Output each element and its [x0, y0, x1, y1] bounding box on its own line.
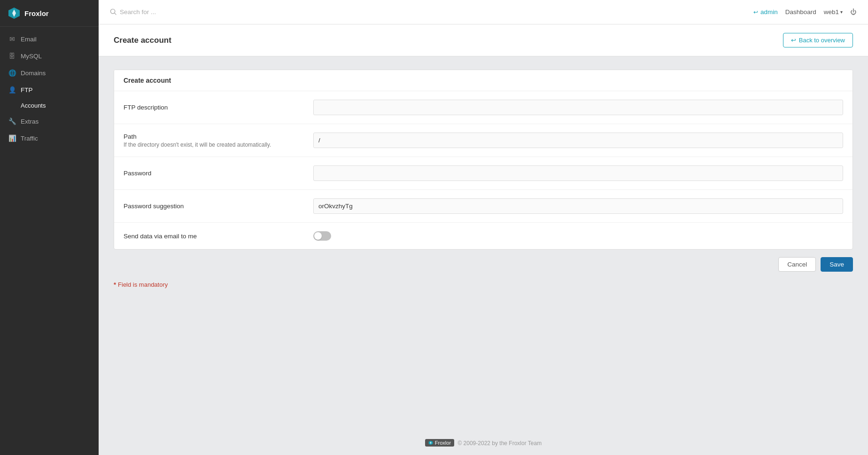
footer-logo-text: Froxlor	[435, 440, 451, 446]
search-wrap: Search for ...	[110, 8, 156, 16]
content-area: Create account FTP description Path If t…	[99, 56, 868, 431]
sidebar-item-traffic[interactable]: 📊 Traffic	[0, 130, 99, 147]
search-icon	[110, 8, 117, 16]
sidebar-logo[interactable]: Froxlor	[0, 0, 99, 27]
globe-icon: 🌐	[8, 69, 16, 77]
sidebar-logo-text: Froxlor	[24, 9, 49, 17]
toggle-knob	[314, 232, 322, 240]
mandatory-note: *Field is mandatory	[114, 281, 853, 288]
password-label-col: Password	[124, 170, 302, 177]
sidebar-item-accounts[interactable]: Accounts	[0, 98, 99, 113]
form-footer: Cancel Save	[114, 250, 853, 275]
page-title: Create account	[114, 36, 171, 45]
database-icon: 🗄	[8, 52, 16, 60]
password-suggestion-label: Password suggestion	[124, 203, 302, 210]
svg-line-3	[115, 13, 116, 15]
form-row-ftp-description: FTP description	[114, 91, 852, 124]
password-suggestion-label-col: Password suggestion	[124, 203, 302, 210]
mandatory-text: Field is mandatory	[118, 281, 168, 288]
send-email-toggle-wrap	[313, 231, 843, 241]
path-hint: If the directory doesn't exist, it will …	[124, 141, 302, 148]
topbar-right: ↩ admin Dashboard web1 ▾ ⏻	[753, 8, 857, 16]
path-input-col	[313, 133, 843, 148]
ftp-description-input[interactable]	[313, 100, 843, 115]
password-input-col	[313, 165, 843, 181]
footer-copyright: © 2009-2022 by the Froxlor Team	[457, 440, 542, 447]
web1-label: web1	[824, 8, 839, 16]
path-label: Path	[124, 133, 302, 140]
form-row-password-suggestion: Password suggestion	[114, 190, 852, 223]
froxlor-logo-icon	[8, 7, 21, 20]
password-input[interactable]	[313, 165, 843, 181]
form-body: FTP description Path If the directory do…	[114, 91, 852, 249]
send-email-toggle-col	[313, 231, 843, 241]
create-account-card: Create account FTP description Path If t…	[114, 70, 853, 250]
save-button[interactable]: Save	[821, 257, 853, 272]
footer-logo-icon	[428, 440, 433, 445]
chevron-down-icon: ▾	[840, 9, 843, 15]
form-row-send-email: Send data via email to me	[114, 223, 852, 249]
dashboard-link[interactable]: Dashboard	[785, 8, 816, 16]
main-content: Search for ... ↩ admin Dashboard web1 ▾ …	[99, 0, 868, 455]
form-row-password: Password	[114, 157, 852, 190]
power-icon[interactable]: ⏻	[850, 8, 857, 16]
password-label: Password	[124, 170, 302, 177]
sidebar-item-email[interactable]: ✉ Email	[0, 31, 99, 47]
search-placeholder[interactable]: Search for ...	[120, 8, 156, 16]
sidebar-label-email: Email	[21, 36, 37, 43]
back-to-overview-button[interactable]: ↩ Back to overview	[783, 33, 853, 47]
cancel-button[interactable]: Cancel	[778, 257, 816, 272]
back-button-label: Back to overview	[799, 37, 845, 44]
web1-link[interactable]: web1 ▾	[824, 8, 843, 16]
person-icon: 👤	[8, 86, 16, 94]
sidebar-label-extras: Extras	[21, 118, 39, 125]
send-email-toggle[interactable]	[313, 231, 331, 241]
path-input[interactable]	[313, 133, 843, 148]
chart-icon: 📊	[8, 134, 16, 142]
sidebar-label-mysql: MySQL	[21, 53, 42, 60]
form-row-path: Path If the directory doesn't exist, it …	[114, 124, 852, 157]
mandatory-star: *	[114, 281, 116, 288]
admin-link[interactable]: ↩ admin	[753, 8, 778, 16]
path-label-col: Path If the directory doesn't exist, it …	[124, 133, 302, 148]
page-header: Create account ↩ Back to overview	[99, 24, 868, 56]
ftp-description-input-col	[313, 100, 843, 115]
sidebar-item-mysql[interactable]: 🗄 MySQL	[0, 47, 99, 64]
wrench-icon: 🔧	[8, 118, 16, 125]
sidebar-label-traffic: Traffic	[21, 135, 38, 142]
ftp-description-label: FTP description	[124, 104, 302, 111]
envelope-icon: ✉	[8, 35, 16, 43]
sidebar-label-accounts: Accounts	[21, 102, 46, 109]
admin-label: admin	[760, 8, 778, 16]
sidebar: Froxlor ✉ Email 🗄 MySQL 🌐 Domains 👤 FTP …	[0, 0, 99, 455]
footer-logo: Froxlor	[425, 439, 454, 447]
topbar: Search for ... ↩ admin Dashboard web1 ▾ …	[99, 0, 868, 24]
sidebar-navigation: ✉ Email 🗄 MySQL 🌐 Domains 👤 FTP Accounts…	[0, 27, 99, 455]
sidebar-item-extras[interactable]: 🔧 Extras	[0, 113, 99, 130]
admin-arrow-icon: ↩	[753, 9, 758, 16]
password-suggestion-input-col	[313, 198, 843, 214]
sidebar-label-ftp: FTP	[21, 86, 33, 94]
password-suggestion-input[interactable]	[313, 198, 843, 214]
send-email-label: Send data via email to me	[124, 233, 302, 240]
sidebar-label-domains: Domains	[21, 70, 46, 77]
page-footer: Froxlor © 2009-2022 by the Froxlor Team	[99, 431, 868, 455]
ftp-description-label-col: FTP description	[124, 104, 302, 111]
sidebar-item-ftp[interactable]: 👤 FTP	[0, 81, 99, 98]
back-arrow-icon: ↩	[791, 37, 796, 44]
send-email-label-col: Send data via email to me	[124, 233, 302, 240]
form-card-title: Create account	[114, 70, 852, 91]
sidebar-item-domains[interactable]: 🌐 Domains	[0, 64, 99, 81]
